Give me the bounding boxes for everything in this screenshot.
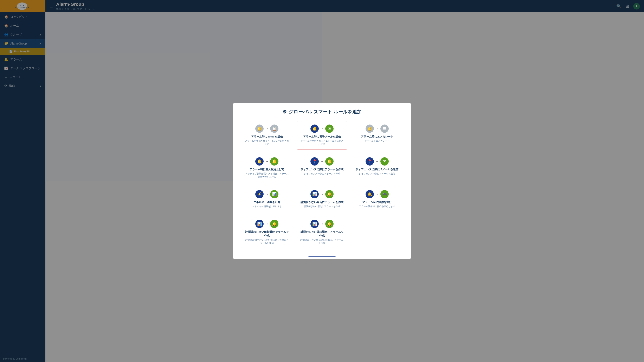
arrow-icon5: → (320, 160, 322, 163)
sms-copy-icon: 📋 (270, 125, 278, 133)
rule-geofence-alarm-desc: ジオフェンスの際にアラームを作成 (304, 172, 322, 175)
arrow-icon: → (265, 127, 268, 131)
rule-sms-desc: アラームが受信されると、SMS が送信されます (244, 139, 290, 146)
rule-email-desc: アラームが受信されると Eメールが送信されます (300, 139, 322, 146)
arrow-icon2: → (320, 127, 322, 131)
rule-card-sms[interactable]: 🔔 → 📋 アラーム時に SMS を送信 アラームが受信されると、SMS が送信… (242, 121, 292, 150)
rule-severity-title: アラーム時に重大度を上げる (250, 168, 284, 171)
rule-sms-title: アラーム時に SMS を送信 (251, 135, 282, 139)
sms-bell-icon: 🔔 (255, 125, 264, 133)
rules-grid: 🔔 → 📋 アラーム時に SMS を送信 アラームが受信されると、SMS が送信… (242, 121, 322, 181)
rule-card-geofence-alarm[interactable]: 📍 → 🔔 ジオフェンスの際にアラームを作成 ジオフェンスの際にアラームを作成 (296, 154, 322, 181)
modal-title: ⚙ グローバル スマート ルールを追加 (242, 109, 322, 115)
arrow-icon4: → (265, 160, 268, 163)
modal-overlay: ⚙ グローバル スマート ルールを追加 🔔 → 📋 アラーム時に SMS を送信… (0, 0, 322, 181)
rule-geofence-alarm-title: ジオフェンスの際にアラームを作成 (300, 168, 322, 171)
rule-card-email[interactable]: 🔔 → ✉ アラーム時に電子メールを送信 アラームが受信されると Eメールが送信… (296, 121, 322, 150)
rule-email-title: アラーム時に電子メールを送信 (303, 135, 322, 139)
rule-card-severity[interactable]: 🔔 → 🔔 アラーム時に重大度を上げる アクティブ状態が長すぎる場合、アラームの… (242, 154, 292, 181)
severity-up-icon: 🔔 (270, 157, 278, 166)
modal-gear-icon: ⚙ (282, 109, 287, 115)
geo-alarm-geo-icon: 📍 (310, 157, 319, 166)
modal: ⚙ グローバル スマート ルールを追加 🔔 → 📋 アラーム時に SMS を送信… (233, 103, 322, 181)
email-bell-icon: 🔔 (310, 125, 319, 133)
rule-severity-desc: アクティブ状態が長すぎる場合、アラームの重大度を上げる (244, 172, 290, 179)
severity-bell-icon: 🔔 (255, 157, 264, 166)
